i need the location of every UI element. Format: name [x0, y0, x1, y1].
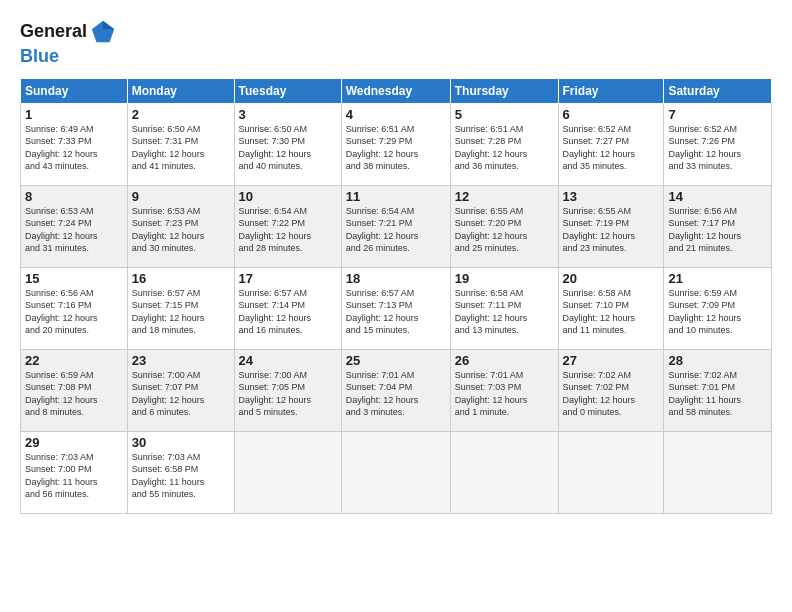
calendar-cell: 16Sunrise: 6:57 AMSunset: 7:15 PMDayligh…	[127, 267, 234, 349]
calendar-cell: 6Sunrise: 6:52 AMSunset: 7:27 PMDaylight…	[558, 103, 664, 185]
logo-text: General	[20, 21, 87, 43]
day-info: Sunrise: 6:53 AMSunset: 7:23 PMDaylight:…	[132, 205, 230, 255]
header: General Blue	[20, 18, 772, 68]
calendar-cell: 22Sunrise: 6:59 AMSunset: 7:08 PMDayligh…	[21, 349, 128, 431]
day-number: 10	[239, 189, 337, 204]
calendar-week-4: 22Sunrise: 6:59 AMSunset: 7:08 PMDayligh…	[21, 349, 772, 431]
calendar-cell	[234, 431, 341, 513]
calendar-cell	[341, 431, 450, 513]
day-number: 20	[563, 271, 660, 286]
day-number: 16	[132, 271, 230, 286]
svg-marker-1	[103, 21, 114, 29]
calendar-cell: 10Sunrise: 6:54 AMSunset: 7:22 PMDayligh…	[234, 185, 341, 267]
day-info: Sunrise: 7:03 AMSunset: 6:58 PMDaylight:…	[132, 451, 230, 501]
day-info: Sunrise: 6:57 AMSunset: 7:14 PMDaylight:…	[239, 287, 337, 337]
day-number: 29	[25, 435, 123, 450]
logo-icon	[89, 18, 117, 46]
day-number: 17	[239, 271, 337, 286]
calendar-week-3: 15Sunrise: 6:56 AMSunset: 7:16 PMDayligh…	[21, 267, 772, 349]
calendar-cell	[664, 431, 772, 513]
logo-blue: Blue	[20, 46, 117, 68]
calendar-cell: 26Sunrise: 7:01 AMSunset: 7:03 PMDayligh…	[450, 349, 558, 431]
calendar-cell: 30Sunrise: 7:03 AMSunset: 6:58 PMDayligh…	[127, 431, 234, 513]
calendar-cell	[450, 431, 558, 513]
day-info: Sunrise: 6:59 AMSunset: 7:08 PMDaylight:…	[25, 369, 123, 419]
day-number: 7	[668, 107, 767, 122]
day-number: 30	[132, 435, 230, 450]
calendar-cell: 18Sunrise: 6:57 AMSunset: 7:13 PMDayligh…	[341, 267, 450, 349]
day-info: Sunrise: 6:49 AMSunset: 7:33 PMDaylight:…	[25, 123, 123, 173]
calendar-cell: 24Sunrise: 7:00 AMSunset: 7:05 PMDayligh…	[234, 349, 341, 431]
logo: General Blue	[20, 18, 117, 68]
calendar-week-5: 29Sunrise: 7:03 AMSunset: 7:00 PMDayligh…	[21, 431, 772, 513]
day-info: Sunrise: 6:54 AMSunset: 7:22 PMDaylight:…	[239, 205, 337, 255]
day-number: 28	[668, 353, 767, 368]
day-info: Sunrise: 7:03 AMSunset: 7:00 PMDaylight:…	[25, 451, 123, 501]
day-number: 1	[25, 107, 123, 122]
calendar-cell: 5Sunrise: 6:51 AMSunset: 7:28 PMDaylight…	[450, 103, 558, 185]
day-number: 18	[346, 271, 446, 286]
weekday-thursday: Thursday	[450, 78, 558, 103]
day-number: 19	[455, 271, 554, 286]
day-info: Sunrise: 6:59 AMSunset: 7:09 PMDaylight:…	[668, 287, 767, 337]
calendar-cell: 12Sunrise: 6:55 AMSunset: 7:20 PMDayligh…	[450, 185, 558, 267]
calendar-cell: 19Sunrise: 6:58 AMSunset: 7:11 PMDayligh…	[450, 267, 558, 349]
calendar-cell: 20Sunrise: 6:58 AMSunset: 7:10 PMDayligh…	[558, 267, 664, 349]
day-number: 5	[455, 107, 554, 122]
day-info: Sunrise: 6:50 AMSunset: 7:30 PMDaylight:…	[239, 123, 337, 173]
day-info: Sunrise: 6:58 AMSunset: 7:10 PMDaylight:…	[563, 287, 660, 337]
day-number: 2	[132, 107, 230, 122]
day-info: Sunrise: 6:57 AMSunset: 7:13 PMDaylight:…	[346, 287, 446, 337]
day-info: Sunrise: 6:51 AMSunset: 7:29 PMDaylight:…	[346, 123, 446, 173]
weekday-saturday: Saturday	[664, 78, 772, 103]
calendar-cell: 14Sunrise: 6:56 AMSunset: 7:17 PMDayligh…	[664, 185, 772, 267]
day-info: Sunrise: 7:00 AMSunset: 7:05 PMDaylight:…	[239, 369, 337, 419]
calendar-cell: 23Sunrise: 7:00 AMSunset: 7:07 PMDayligh…	[127, 349, 234, 431]
day-number: 21	[668, 271, 767, 286]
calendar-cell: 1Sunrise: 6:49 AMSunset: 7:33 PMDaylight…	[21, 103, 128, 185]
day-number: 23	[132, 353, 230, 368]
day-info: Sunrise: 6:50 AMSunset: 7:31 PMDaylight:…	[132, 123, 230, 173]
day-info: Sunrise: 7:00 AMSunset: 7:07 PMDaylight:…	[132, 369, 230, 419]
calendar-cell: 17Sunrise: 6:57 AMSunset: 7:14 PMDayligh…	[234, 267, 341, 349]
calendar-cell: 25Sunrise: 7:01 AMSunset: 7:04 PMDayligh…	[341, 349, 450, 431]
calendar-cell: 21Sunrise: 6:59 AMSunset: 7:09 PMDayligh…	[664, 267, 772, 349]
calendar-cell: 4Sunrise: 6:51 AMSunset: 7:29 PMDaylight…	[341, 103, 450, 185]
day-number: 15	[25, 271, 123, 286]
calendar-week-2: 8Sunrise: 6:53 AMSunset: 7:24 PMDaylight…	[21, 185, 772, 267]
day-number: 22	[25, 353, 123, 368]
calendar-cell: 9Sunrise: 6:53 AMSunset: 7:23 PMDaylight…	[127, 185, 234, 267]
day-info: Sunrise: 6:55 AMSunset: 7:19 PMDaylight:…	[563, 205, 660, 255]
calendar-cell	[558, 431, 664, 513]
calendar-cell: 3Sunrise: 6:50 AMSunset: 7:30 PMDaylight…	[234, 103, 341, 185]
day-info: Sunrise: 7:01 AMSunset: 7:04 PMDaylight:…	[346, 369, 446, 419]
day-number: 25	[346, 353, 446, 368]
calendar-cell: 7Sunrise: 6:52 AMSunset: 7:26 PMDaylight…	[664, 103, 772, 185]
day-number: 13	[563, 189, 660, 204]
weekday-tuesday: Tuesday	[234, 78, 341, 103]
day-info: Sunrise: 6:56 AMSunset: 7:16 PMDaylight:…	[25, 287, 123, 337]
day-info: Sunrise: 7:02 AMSunset: 7:01 PMDaylight:…	[668, 369, 767, 419]
day-info: Sunrise: 6:56 AMSunset: 7:17 PMDaylight:…	[668, 205, 767, 255]
day-info: Sunrise: 6:51 AMSunset: 7:28 PMDaylight:…	[455, 123, 554, 173]
calendar-cell: 2Sunrise: 6:50 AMSunset: 7:31 PMDaylight…	[127, 103, 234, 185]
day-info: Sunrise: 6:54 AMSunset: 7:21 PMDaylight:…	[346, 205, 446, 255]
calendar-cell: 27Sunrise: 7:02 AMSunset: 7:02 PMDayligh…	[558, 349, 664, 431]
day-number: 3	[239, 107, 337, 122]
calendar-cell: 28Sunrise: 7:02 AMSunset: 7:01 PMDayligh…	[664, 349, 772, 431]
calendar-cell: 8Sunrise: 6:53 AMSunset: 7:24 PMDaylight…	[21, 185, 128, 267]
calendar-week-1: 1Sunrise: 6:49 AMSunset: 7:33 PMDaylight…	[21, 103, 772, 185]
day-number: 11	[346, 189, 446, 204]
day-number: 6	[563, 107, 660, 122]
weekday-friday: Friday	[558, 78, 664, 103]
day-info: Sunrise: 6:58 AMSunset: 7:11 PMDaylight:…	[455, 287, 554, 337]
calendar-table: SundayMondayTuesdayWednesdayThursdayFrid…	[20, 78, 772, 514]
day-info: Sunrise: 7:01 AMSunset: 7:03 PMDaylight:…	[455, 369, 554, 419]
day-number: 8	[25, 189, 123, 204]
day-info: Sunrise: 6:52 AMSunset: 7:27 PMDaylight:…	[563, 123, 660, 173]
weekday-wednesday: Wednesday	[341, 78, 450, 103]
day-number: 24	[239, 353, 337, 368]
day-number: 14	[668, 189, 767, 204]
day-info: Sunrise: 6:52 AMSunset: 7:26 PMDaylight:…	[668, 123, 767, 173]
weekday-header-row: SundayMondayTuesdayWednesdayThursdayFrid…	[21, 78, 772, 103]
